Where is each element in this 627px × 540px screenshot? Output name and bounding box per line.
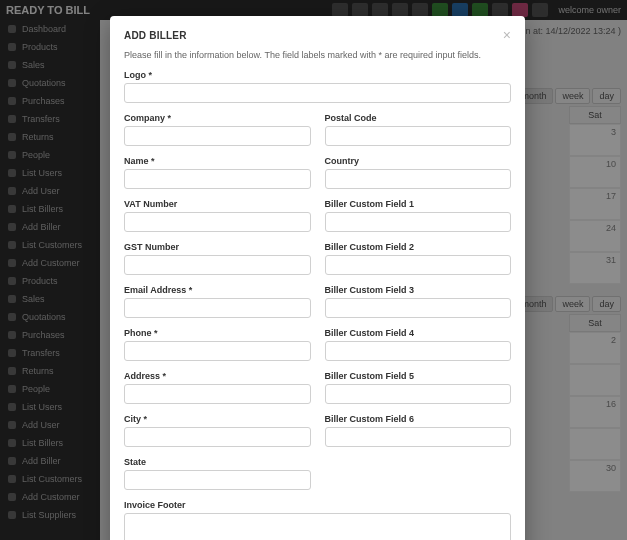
logo-select[interactable] [124,83,511,103]
label-phone: Phone * [124,328,311,338]
name-input[interactable] [124,169,311,189]
label-cf2: Biller Custom Field 2 [325,242,512,252]
label-cf1: Biller Custom Field 1 [325,199,512,209]
cf4-input[interactable] [325,341,512,361]
field-cf4: Biller Custom Field 4 [325,328,512,361]
label-email: Email Address * [124,285,311,295]
field-gst: GST Number [124,242,311,275]
city-input[interactable] [124,427,311,447]
field-phone: Phone * [124,328,311,361]
label-vat: VAT Number [124,199,311,209]
label-logo: Logo * [124,70,511,80]
field-cf3: Biller Custom Field 3 [325,285,512,318]
cf3-input[interactable] [325,298,512,318]
state-input[interactable] [124,470,311,490]
modal-title: ADD BILLER [124,30,187,41]
label-country: Country [325,156,512,166]
country-input[interactable] [325,169,512,189]
field-logo: Logo * [124,70,511,103]
modal-intro-text: Please fill in the information below. Th… [124,50,511,60]
close-icon[interactable]: × [503,28,511,42]
field-city: City * [124,414,311,447]
company-input[interactable] [124,126,311,146]
cf5-input[interactable] [325,384,512,404]
field-invoice-footer: Invoice Footer [124,500,511,540]
vat-input[interactable] [124,212,311,232]
field-postal: Postal Code [325,113,512,146]
field-cf5: Biller Custom Field 5 [325,371,512,404]
field-cf6: Biller Custom Field 6 [325,414,512,447]
field-company: Company * [124,113,311,146]
modal-header: ADD BILLER × [124,28,511,42]
cf6-input[interactable] [325,427,512,447]
label-cf5: Biller Custom Field 5 [325,371,512,381]
label-cf4: Biller Custom Field 4 [325,328,512,338]
label-cf6: Biller Custom Field 6 [325,414,512,424]
label-state: State [124,457,311,467]
label-cf3: Biller Custom Field 3 [325,285,512,295]
field-email: Email Address * [124,285,311,318]
label-postal: Postal Code [325,113,512,123]
field-cf2: Biller Custom Field 2 [325,242,512,275]
label-invoice-footer: Invoice Footer [124,500,511,510]
field-vat: VAT Number [124,199,311,232]
invoice-footer-textarea[interactable] [124,513,511,540]
gst-input[interactable] [124,255,311,275]
postal-input[interactable] [325,126,512,146]
cf2-input[interactable] [325,255,512,275]
label-city: City * [124,414,311,424]
cf1-input[interactable] [325,212,512,232]
label-gst: GST Number [124,242,311,252]
phone-input[interactable] [124,341,311,361]
field-state: State [124,457,311,490]
add-biller-modal: ADD BILLER × Please fill in the informat… [110,16,525,540]
field-name: Name * [124,156,311,189]
email-input[interactable] [124,298,311,318]
label-address: Address * [124,371,311,381]
address-input[interactable] [124,384,311,404]
label-company: Company * [124,113,311,123]
field-cf1: Biller Custom Field 1 [325,199,512,232]
label-name: Name * [124,156,311,166]
field-country: Country [325,156,512,189]
field-address: Address * [124,371,311,404]
